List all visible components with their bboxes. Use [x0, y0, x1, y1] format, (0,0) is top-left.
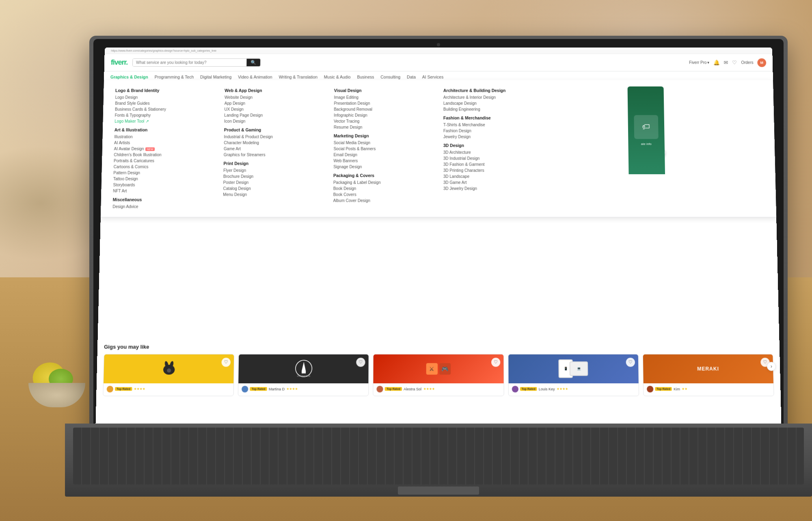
menu-3d-jewelry[interactable]: 3D Jewelry Design	[443, 186, 544, 191]
messages-button[interactable]: ✉	[724, 60, 728, 66]
gig-info-1: Top Rated ★★★★	[103, 383, 233, 396]
menu-social-media[interactable]: Social Media Design	[334, 141, 434, 145]
menu-col-logo: Logo & Brand Identity Logo Design Brand …	[108, 86, 220, 210]
menu-infographic-design[interactable]: Infographic Design	[334, 113, 434, 117]
menu-header-misc: Miscellaneous	[113, 197, 214, 202]
menu-industrial-design[interactable]: Industrial & Product Design	[224, 134, 324, 139]
fiverr-pro-button[interactable]: Fiverr Pro ▾	[689, 61, 709, 65]
menu-architecture-interior[interactable]: Architecture & Interior Design	[443, 95, 543, 99]
menu-header-3d: 3D Design	[443, 143, 544, 148]
menu-tattoo-design[interactable]: Tattoo Design	[113, 177, 214, 181]
gig-info-5: Top Rated Kim ★★	[644, 383, 774, 396]
menu-3d-landscape[interactable]: 3D Landscape	[443, 174, 544, 179]
menu-graphics-streamers[interactable]: Graphics for Streamers	[224, 153, 324, 157]
menu-logo-maker[interactable]: Logo Maker Tool ↗	[114, 119, 214, 123]
menu-business-cards[interactable]: Business Cards & Stationery	[115, 107, 215, 112]
menu-header-logo: Logo & Brand Identity	[115, 88, 215, 93]
menu-background-removal[interactable]: Background Removal	[334, 107, 434, 112]
menu-3d-fashion[interactable]: 3D Fashion & Garment	[443, 162, 544, 166]
gigs-next-arrow[interactable]: ›	[767, 362, 776, 371]
menu-book-design[interactable]: Book Design	[333, 186, 434, 191]
menu-brochure-design[interactable]: Brochure Design	[223, 174, 324, 179]
menu-resume-design[interactable]: Resume Design	[334, 125, 434, 130]
menu-jewelry-design[interactable]: Jewelry Design	[443, 134, 543, 139]
menu-packaging-label[interactable]: Packaging & Label Design	[333, 180, 434, 185]
menu-landing-page[interactable]: Landing Page Design	[224, 113, 324, 117]
menu-fonts-typography[interactable]: Fonts & Typography	[115, 113, 215, 117]
seller-avatar-2	[242, 386, 248, 392]
menu-website-design[interactable]: Website Design	[225, 95, 324, 99]
gig-card-2[interactable]: LIGHTHOUSE Top Rated Martina D ★★★★	[238, 354, 369, 396]
seller-avatar-5	[647, 386, 653, 392]
fiverr-logo[interactable]: fiverr.	[111, 58, 128, 67]
wishlist-gig-3[interactable]: ♡	[491, 358, 500, 367]
menu-album-cover[interactable]: Album Cover Design	[333, 199, 434, 203]
menu-web-banners[interactable]: Web Banners	[333, 159, 434, 163]
seller-name-5: Kim	[674, 387, 680, 391]
menu-col-architecture: Architecture & Building Design Architect…	[438, 86, 549, 210]
gig-card-3[interactable]: ⚔ 🎮 Top Rated Alestra Sol ★★★★	[373, 354, 504, 396]
menu-3d-industrial[interactable]: 3D Industrial Design	[443, 156, 544, 161]
meraki-text: MERAKI	[697, 366, 719, 372]
menu-portraits[interactable]: Portraits & Caricatures	[114, 159, 214, 163]
menu-game-art[interactable]: Game Art	[224, 147, 324, 151]
menu-ai-artists[interactable]: AI Artists	[114, 141, 214, 145]
menu-social-posts[interactable]: Social Posts & Banners	[333, 147, 434, 151]
menu-presentation-design[interactable]: Presentation Design	[334, 101, 434, 106]
side-green-panel: 🏷 ate info	[627, 86, 665, 174]
menu-email-design[interactable]: Email Design	[333, 153, 434, 157]
wishlist-button[interactable]: ♡	[732, 60, 737, 66]
wishlist-gig-4[interactable]: ♡	[626, 358, 635, 367]
orders-button[interactable]: Orders	[741, 61, 753, 65]
menu-cartoons-comics[interactable]: Cartoons & Comics	[114, 164, 214, 169]
menu-book-covers[interactable]: Book Covers	[333, 192, 434, 197]
svg-marker-5	[302, 362, 306, 371]
stars-5: ★★	[682, 387, 687, 391]
top-rated-badge-4: Top Rated	[520, 387, 537, 391]
seller-avatar-4	[512, 386, 518, 392]
menu-signage-design[interactable]: Signage Design	[333, 164, 434, 169]
menu-vector-tracing[interactable]: Vector Tracing	[334, 119, 434, 123]
panel-icon: 🏷	[634, 115, 658, 139]
menu-childrens-book[interactable]: Children's Book Illustration	[114, 153, 214, 157]
menu-header-fashion: Fashion & Merchandise	[443, 115, 543, 120]
menu-pattern-design[interactable]: Pattern Design	[113, 171, 214, 175]
menu-ai-avatar[interactable]: AI Avatar Design	[114, 147, 214, 151]
avatar[interactable]: M	[757, 58, 766, 67]
menu-menu-design[interactable]: Menu Design	[223, 192, 324, 197]
gig-card-5[interactable]: MERAKI Top Rated Kim ★★ ♡	[643, 354, 774, 396]
menu-fashion-design[interactable]: Fashion Design	[443, 129, 543, 133]
seller-row-4: Top Rated Louis Key ★★★★	[512, 386, 635, 392]
notifications-button[interactable]: 🔔	[713, 60, 720, 66]
wishlist-gig-1[interactable]: ♡	[222, 358, 231, 367]
seller-name-2: Martina D	[269, 387, 285, 391]
seller-avatar-1	[107, 386, 114, 392]
search-button[interactable]: 🔍	[246, 59, 260, 66]
search-input[interactable]	[133, 59, 247, 66]
seller-name-3: Alestra Sol	[404, 387, 421, 391]
menu-3d-printing[interactable]: 3D Printing Characters	[443, 168, 544, 173]
gig-info-4: Top Rated Louis Key ★★★★	[508, 383, 639, 396]
gigs-section-title: Gigs you may like	[104, 344, 773, 350]
menu-design-advice[interactable]: Design Advice	[112, 204, 213, 209]
menu-app-design[interactable]: App Design	[225, 101, 324, 106]
menu-catalog-design[interactable]: Catalog Design	[223, 186, 324, 191]
menu-tshirts[interactable]: T-Shirts & Merchandise	[443, 123, 543, 127]
menu-character-modeling[interactable]: Character Modeling	[224, 141, 324, 145]
menu-illustration[interactable]: Illustration	[114, 134, 214, 139]
menu-ux-design[interactable]: UX Design	[225, 107, 324, 112]
menu-flyer-design[interactable]: Flyer Design	[223, 168, 324, 173]
menu-storyboards[interactable]: Storyboards	[113, 183, 214, 187]
gig-card-4[interactable]: 📱 💻 Top Rated Louis Key ★★★★	[508, 354, 639, 396]
menu-poster-design[interactable]: Poster Design	[223, 180, 324, 185]
menu-image-editing[interactable]: Image Editing	[334, 95, 434, 99]
menu-logo-design[interactable]: Logo Design	[115, 95, 215, 99]
menu-icon-design[interactable]: Icon Design	[224, 119, 324, 123]
gig-card-1[interactable]: Top Rated ★★★★ ♡	[103, 354, 234, 396]
menu-brand-style[interactable]: Brand Style Guides	[115, 101, 215, 106]
menu-landscape-design[interactable]: Landscape Design	[443, 101, 543, 106]
menu-building-engineering[interactable]: Building Engineering	[443, 107, 543, 112]
menu-3d-game[interactable]: 3D Game Art	[443, 180, 544, 185]
menu-nft-art[interactable]: NFT Art	[113, 189, 214, 193]
menu-3d-architecture[interactable]: 3D Architecture	[443, 150, 544, 155]
